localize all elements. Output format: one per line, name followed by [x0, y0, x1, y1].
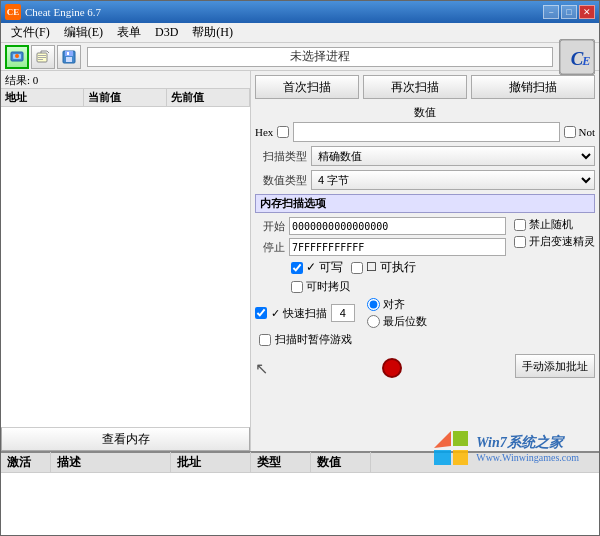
open-smart-row: 开启变速精灵 [514, 234, 595, 249]
save-button[interactable] [57, 45, 81, 69]
align-label: 对齐 [383, 297, 405, 312]
last-digit-label: 最后位数 [383, 314, 427, 329]
not-label: Not [579, 126, 596, 138]
win7-brand-text: Win7系统之家 [476, 434, 579, 452]
lower-col-value: 数值 [311, 452, 371, 473]
menu-table[interactable]: 表单 [111, 22, 147, 43]
open-process-button[interactable] [5, 45, 29, 69]
lower-col-type: 类型 [251, 452, 311, 473]
value-type-row: 数值类型 1 字节 2 字节 4 字节 8 字节 浮点数 双精度浮点 字符串 数… [255, 170, 595, 190]
stop-address-input[interactable] [289, 238, 506, 256]
copy-on-write-label: 可时拷贝 [306, 279, 350, 294]
value-section-label: 数值 [255, 105, 595, 120]
results-count: 结果: 0 [1, 71, 250, 89]
start-label: 开始 [255, 219, 285, 234]
start-address-row: 开始 [255, 217, 506, 235]
app-icon: CE [5, 4, 21, 20]
writable-exec-row: ✓ 可写 ☐ 可执行 [255, 259, 595, 276]
open-file-button[interactable] [31, 45, 55, 69]
hex-checkbox[interactable] [277, 126, 289, 138]
stop-label: 停止 [255, 240, 285, 255]
svg-rect-9 [66, 57, 72, 62]
stop-address-row: 停止 [255, 238, 506, 256]
value-input-row: Hex Not [255, 122, 595, 142]
ce-logo: C E [559, 39, 595, 75]
window-title: Cheat Engine 6.7 [25, 6, 101, 18]
svg-text:E: E [581, 53, 590, 67]
no-random-checkbox[interactable] [514, 219, 526, 231]
minimize-button[interactable]: − [543, 5, 559, 19]
last-digit-radio-row: 最后位数 [367, 314, 427, 329]
open-smart-checkbox[interactable] [514, 236, 526, 248]
process-selector[interactable]: 未选择进程 [87, 47, 553, 67]
scan-type-row: 扫描类型 精确数值 大于 小于 两值之间 未知初始值 [255, 146, 595, 166]
fast-scan-label: ✓ 快速扫描 [271, 306, 327, 321]
value-input[interactable] [293, 122, 559, 142]
not-checkbox[interactable] [564, 126, 576, 138]
title-bar: CE Cheat Engine 6.7 − □ ✕ [1, 1, 599, 23]
svg-rect-6 [38, 59, 43, 60]
open-smart-label: 开启变速精灵 [529, 234, 595, 249]
scan-type-select[interactable]: 精确数值 大于 小于 两值之间 未知初始值 [311, 146, 595, 166]
col-prev-value: 先前值 [167, 89, 250, 106]
executable-checkbox[interactable] [351, 262, 363, 274]
menu-edit[interactable]: 编辑(E) [58, 22, 109, 43]
win7-logo-icon [430, 427, 472, 469]
fast-scan-number[interactable]: 4 [331, 304, 355, 322]
lower-col-addr: 批址 [171, 452, 251, 473]
browse-memory-button[interactable]: 查看内存 [1, 427, 250, 451]
right-panel: 首次扫描 再次扫描 撤销扫描 数值 Hex Not 扫描类型 精确数值 [251, 71, 599, 451]
maximize-button[interactable]: □ [561, 5, 577, 19]
menu-bar: 文件(F) 编辑(E) 表单 D3D 帮助(H) [1, 23, 599, 43]
start-address-input[interactable] [289, 217, 506, 235]
scan-buttons-row: 首次扫描 再次扫描 撤销扫描 [255, 75, 595, 99]
memory-scan-options-title: 内存扫描选项 [255, 194, 595, 213]
no-random-row: 禁止随机 [514, 217, 595, 232]
writable-checkbox[interactable] [291, 262, 303, 274]
close-button[interactable]: ✕ [579, 5, 595, 19]
svg-rect-5 [38, 57, 46, 58]
col-address: 地址 [1, 89, 84, 106]
menu-help[interactable]: 帮助(H) [186, 22, 239, 43]
copy-on-write-checkbox[interactable] [291, 281, 303, 293]
svg-rect-4 [38, 55, 46, 56]
left-panel: 结果: 0 地址 当前值 先前值 查看内存 [1, 71, 251, 451]
app-window: CE Cheat Engine 6.7 − □ ✕ 文件(F) 编辑(E) 表单… [0, 0, 600, 536]
first-scan-button[interactable]: 首次扫描 [255, 75, 359, 99]
fast-scan-row: ✓ 快速扫描 4 对齐 最后位数 [255, 297, 595, 329]
hex-label: Hex [255, 126, 273, 138]
align-radio[interactable] [367, 298, 380, 311]
value-type-label: 数值类型 [255, 173, 307, 188]
value-type-select[interactable]: 1 字节 2 字节 4 字节 8 字节 浮点数 双精度浮点 字符串 数组 [311, 170, 595, 190]
pause-game-checkbox[interactable] [259, 334, 271, 346]
scan-type-label: 扫描类型 [255, 149, 307, 164]
align-radio-row: 对齐 [367, 297, 427, 312]
pause-game-row: 扫描时暂停游戏 [255, 332, 595, 347]
pointer-cursor-icon[interactable]: ↖ [255, 359, 268, 378]
toolbar: 未选择进程 C E [1, 43, 599, 71]
last-digit-radio[interactable] [367, 315, 380, 328]
address-table-body [1, 107, 250, 427]
win7-site-text: Www.Winwingames.com [476, 452, 579, 463]
address-table-header: 地址 当前值 先前值 [1, 89, 250, 107]
svg-rect-10 [67, 52, 69, 55]
no-random-label: 禁止随机 [529, 217, 573, 232]
lower-section: 激活 描述 批址 类型 数值 Win7系统之家 [1, 451, 599, 536]
svg-point-2 [15, 54, 19, 58]
pause-game-label: 扫描时暂停游戏 [275, 332, 352, 347]
main-area: 结果: 0 地址 当前值 先前值 查看内存 首次扫描 再次扫描 撤销扫描 数值 … [1, 71, 599, 451]
fast-scan-checkbox[interactable] [255, 307, 267, 319]
writable-label: ✓ 可写 [306, 259, 343, 276]
menu-file[interactable]: 文件(F) [5, 22, 56, 43]
lower-col-desc: 描述 [51, 452, 171, 473]
lower-col-active: 激活 [1, 452, 51, 473]
stop-button[interactable] [382, 358, 402, 378]
col-current-value: 当前值 [84, 89, 167, 106]
executable-label: ☐ 可执行 [366, 259, 416, 276]
next-scan-button[interactable]: 再次扫描 [363, 75, 467, 99]
cancel-scan-button[interactable]: 撤销扫描 [471, 75, 595, 99]
menu-d3d[interactable]: D3D [149, 23, 184, 42]
manual-add-button[interactable]: 手动添加批址 [515, 354, 595, 378]
